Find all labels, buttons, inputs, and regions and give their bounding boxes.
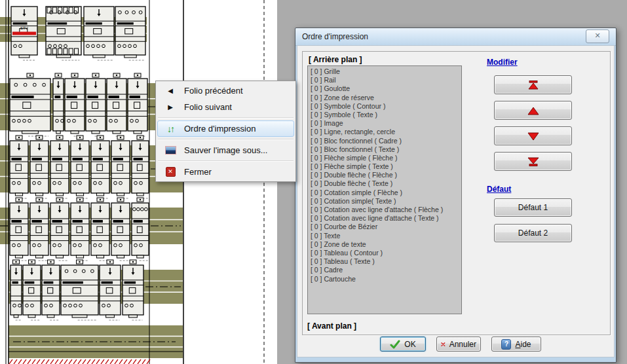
layer-row[interactable]: [ 0 ] Flèche simple ( Texte ) (311, 162, 461, 171)
close-button[interactable]: ✕ (586, 29, 609, 43)
move-up-button[interactable] (494, 101, 572, 120)
sort-arrows-icon: ↓↑ (162, 124, 179, 134)
layer-row[interactable]: [ 0 ] Symbole ( Contour ) (311, 102, 461, 111)
layer-listbox[interactable]: [ 0 ] Grille[ 0 ] Rail[ 0 ] Goulotte[ 0 … (307, 65, 462, 314)
print-order-dialog: Ordre d'impression ✕ [ Arrière plan ] [ … (295, 27, 617, 363)
layer-row[interactable]: [ 0 ] Cotation simple ( Flèche ) (311, 189, 461, 197)
cancel-button-label: Annuler (449, 340, 476, 349)
menu-item-label: Ordre d'impression (184, 124, 256, 134)
close-icon: ✕ (162, 167, 179, 177)
layer-row[interactable]: [ 0 ] Texte (311, 232, 461, 240)
move-to-top-button[interactable] (494, 75, 572, 94)
cancel-button[interactable]: Annuler (436, 337, 481, 352)
move-up-icon (526, 106, 541, 115)
schematic-canvas[interactable]: STV (0, 0, 277, 364)
menu-item-folio-precedent[interactable]: ◀Folio précédent (157, 82, 294, 99)
din-device (30, 136, 48, 198)
move-to-top-icon (526, 81, 541, 90)
help-button[interactable]: ? Aide (491, 337, 541, 352)
ok-button-label: OK (404, 340, 415, 349)
din-device (86, 73, 105, 136)
layer-row[interactable]: [ 0 ] Cotation simple( Texte ) (311, 197, 461, 206)
check-icon (390, 340, 400, 349)
layer-row[interactable]: [ 0 ] Bloc fonctionnel ( Cadre ) (311, 137, 461, 145)
din-device (84, 7, 114, 60)
modifier-label: Modifier (487, 58, 518, 67)
menu-item-label: Folio suivant (184, 102, 232, 112)
menu-item-fermer[interactable]: ✕Fermer (157, 164, 294, 180)
defaut-label: Défaut (487, 185, 511, 194)
layer-row[interactable]: [ 0 ] Zone de réserve (311, 94, 461, 102)
image-icon (162, 146, 179, 155)
din-device (10, 260, 22, 320)
layer-row[interactable]: [ 0 ] Bloc fonctionnel ( Texte ) (311, 145, 461, 154)
layer-row[interactable]: [ 0 ] Tableau ( Texte ) (311, 257, 461, 266)
ok-button[interactable]: OK (380, 337, 426, 352)
din-device (111, 198, 130, 261)
foreground-plane-label: [ Avant plan ] (307, 321, 356, 331)
layer-row[interactable]: [ 0 ] Double flèche ( Flèche ) (311, 171, 461, 179)
layer-row[interactable]: [ 0 ] Symbole ( Texte ) (311, 111, 461, 119)
din-device (50, 198, 69, 261)
surge-device-label: STV (20, 26, 28, 30)
din-device (100, 260, 121, 320)
din-device (10, 136, 28, 198)
menu-item-folio-suivant[interactable]: ▶Folio suivant (157, 99, 294, 115)
move-to-bottom-icon (526, 157, 541, 166)
din-device (128, 73, 147, 136)
move-down-button[interactable] (494, 126, 572, 145)
context-menu: ◀Folio précédent▶Folio suivant↓↑Ordre d'… (155, 81, 296, 182)
din-device: STV (11, 7, 37, 60)
din-device (132, 136, 149, 198)
menu-item-label: Sauver l'image sous... (184, 145, 268, 155)
question-mark-icon: ? (501, 339, 511, 350)
layer-row[interactable]: [ 0 ] Cadre (311, 266, 461, 274)
cross-icon (441, 340, 446, 349)
layer-row[interactable]: [ 0 ] Image (311, 119, 461, 128)
layer-row[interactable]: [ 0 ] Double flèche ( Texte ) (311, 179, 461, 188)
defaut-buttons: Défaut 1Défaut 2 (494, 198, 572, 242)
layer-row[interactable]: [ 0 ] Goulotte (311, 84, 461, 93)
din-device (91, 136, 109, 198)
triangle-right-icon: ▶ (162, 103, 179, 111)
din-device (23, 260, 41, 320)
din-device (30, 198, 48, 261)
layer-row[interactable]: [ 0 ] Rail (311, 76, 461, 84)
din-rail-band (9, 325, 183, 358)
menu-separator (158, 160, 294, 162)
layer-row[interactable]: [ 0 ] Cotation avec ligne d'attache ( Fl… (311, 206, 461, 214)
defaut-2-button[interactable]: Défaut 2 (494, 224, 572, 242)
layer-row[interactable]: [ 0 ] Zone de texte (311, 240, 461, 249)
dialog-client-area: [ Arrière plan ] [ 0 ] Grille[ 0 ] Rail[… (297, 45, 615, 357)
dialog-titlebar[interactable]: Ordre d'impression ✕ (295, 28, 616, 46)
layer-row[interactable]: [ 0 ] Flèche simple ( Flèche ) (311, 154, 461, 162)
layer-row[interactable]: [ 0 ] Courbe de Bézier (311, 223, 461, 231)
move-to-bottom-button[interactable] (494, 152, 572, 171)
defaut-1-button[interactable]: Défaut 1 (494, 198, 572, 217)
menu-item-label: Folio précédent (184, 86, 243, 96)
din-device (61, 260, 98, 320)
din-device (10, 73, 50, 136)
menu-item-label: Fermer (184, 167, 212, 177)
din-device (42, 260, 60, 320)
layer-row[interactable]: [ 0 ] Cartouche (311, 275, 461, 283)
layer-row[interactable]: [ 0 ] Grille (311, 67, 461, 76)
triangle-left-icon: ◀ (162, 87, 179, 94)
background-plane-label: [ Arrière plan ] (309, 55, 362, 64)
menu-item-sauver-image-sous[interactable]: Sauver l'image sous... (157, 142, 294, 158)
menu-separator (158, 117, 294, 118)
layer-row[interactable]: [ 0 ] Tableau ( Contour ) (311, 249, 461, 257)
menu-item-ordre-impression[interactable]: ↓↑Ordre d'impression (157, 120, 294, 137)
din-device (46, 7, 81, 60)
din-device (91, 198, 109, 261)
din-device (107, 73, 126, 136)
layer-row[interactable]: [ 0 ] Ligne, rectangle, cercle (311, 128, 461, 136)
modifier-buttons (494, 75, 572, 171)
menu-separator (158, 139, 294, 140)
din-device (65, 73, 85, 136)
din-device (111, 136, 130, 198)
din-device (53, 73, 64, 136)
layer-row[interactable]: [ 0 ] Cotation avec ligne d'attache ( Te… (311, 214, 461, 223)
din-device (132, 198, 149, 261)
help-button-label: Aide (515, 340, 531, 349)
